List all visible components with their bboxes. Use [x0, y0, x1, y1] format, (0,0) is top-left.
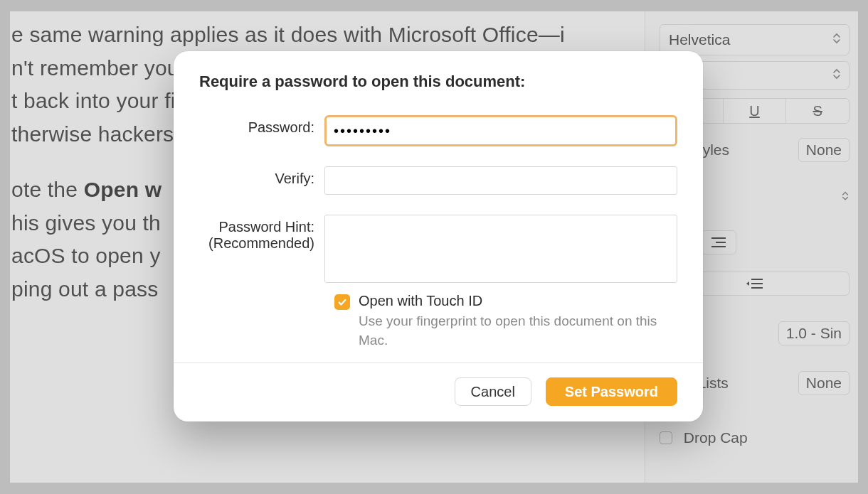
password-input[interactable] [324, 115, 677, 146]
password-modal: Require a password to open this document… [174, 51, 703, 421]
touch-id-label: Open with Touch ID [359, 293, 677, 309]
modal-title: Require a password to open this document… [199, 73, 677, 91]
hint-label: Password Hint: (Recommended) [199, 215, 324, 252]
set-password-button[interactable]: Set Password [546, 377, 677, 406]
verify-input[interactable] [324, 166, 677, 195]
touch-id-help: Use your fingerprint to open this docume… [359, 312, 677, 350]
hint-input[interactable] [324, 215, 677, 283]
touch-id-checkbox[interactable] [334, 294, 350, 310]
verify-label: Verify: [199, 166, 324, 187]
password-label: Password: [199, 115, 324, 136]
cancel-button[interactable]: Cancel [455, 377, 531, 406]
